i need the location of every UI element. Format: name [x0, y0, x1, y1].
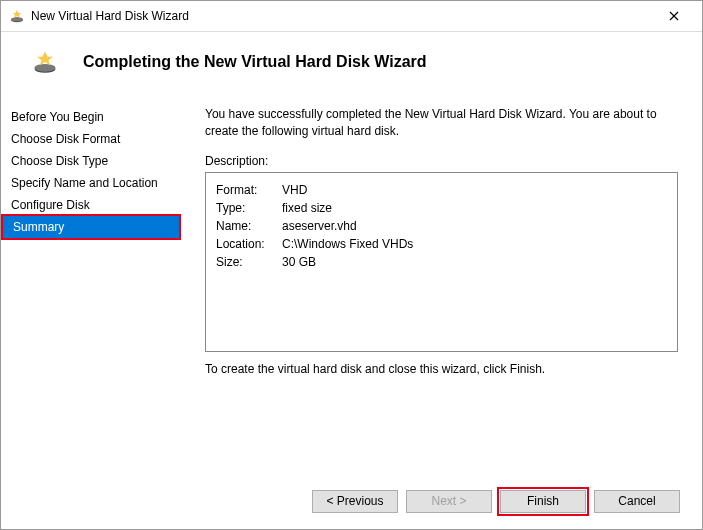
finish-button[interactable]: Finish [500, 490, 586, 513]
detail-key: Format: [216, 181, 282, 199]
detail-location: Location: C:\Windows Fixed VHDs [216, 235, 667, 253]
description-box: Format: VHD Type: fixed size Name: asese… [205, 172, 678, 352]
sidebar-item-before-you-begin[interactable]: Before You Begin [1, 106, 181, 128]
detail-name: Name: aseserver.vhd [216, 217, 667, 235]
disk-wizard-icon-large [31, 48, 59, 76]
detail-size: Size: 30 GB [216, 253, 667, 271]
wizard-header: Completing the New Virtual Hard Disk Wiz… [1, 32, 702, 92]
detail-value: aseserver.vhd [282, 217, 357, 235]
cancel-button[interactable]: Cancel [594, 490, 680, 513]
disk-wizard-icon [9, 8, 25, 24]
wizard-steps-sidebar: Before You Begin Choose Disk Format Choo… [1, 92, 181, 473]
detail-value: 30 GB [282, 253, 316, 271]
page-title: Completing the New Virtual Hard Disk Wiz… [83, 53, 427, 71]
previous-button[interactable]: < Previous [312, 490, 398, 513]
sidebar-highlight: Summary [1, 214, 181, 240]
sidebar-item-summary[interactable]: Summary [3, 216, 179, 238]
detail-key: Location: [216, 235, 282, 253]
close-button[interactable] [654, 2, 694, 30]
sidebar-item-configure-disk[interactable]: Configure Disk [1, 194, 181, 216]
window-title: New Virtual Hard Disk Wizard [31, 9, 654, 23]
description-label: Description: [205, 154, 678, 168]
sidebar-item-specify-name-location[interactable]: Specify Name and Location [1, 172, 181, 194]
detail-value: C:\Windows Fixed VHDs [282, 235, 413, 253]
next-button: Next > [406, 490, 492, 513]
detail-key: Type: [216, 199, 282, 217]
titlebar: New Virtual Hard Disk Wizard [1, 1, 702, 32]
content-area: Before You Begin Choose Disk Format Choo… [1, 92, 702, 473]
detail-key: Name: [216, 217, 282, 235]
detail-type: Type: fixed size [216, 199, 667, 217]
button-bar: < Previous Next > Finish Cancel [1, 473, 702, 529]
closing-text: To create the virtual hard disk and clos… [205, 362, 678, 376]
intro-text: You have successfully completed the New … [205, 106, 678, 140]
svg-point-3 [35, 64, 56, 72]
sidebar-item-choose-disk-type[interactable]: Choose Disk Type [1, 150, 181, 172]
detail-key: Size: [216, 253, 282, 271]
detail-format: Format: VHD [216, 181, 667, 199]
detail-value: fixed size [282, 199, 332, 217]
sidebar-item-choose-disk-format[interactable]: Choose Disk Format [1, 128, 181, 150]
svg-point-1 [11, 17, 23, 21]
main-panel: You have successfully completed the New … [181, 92, 702, 473]
detail-value: VHD [282, 181, 307, 199]
